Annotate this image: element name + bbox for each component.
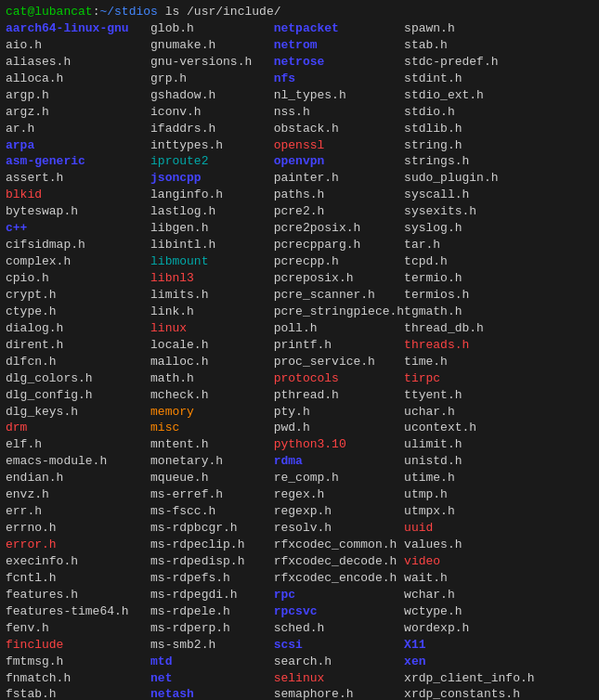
output: aarch64-linux-gnu glob.h netpacket spawn… [6,21,535,700]
top-prompt: cat@lubancat:~/stdios ls /usr/include/ [6,5,280,19]
terminal: cat@lubancat:~/stdios ls /usr/include/ a… [0,0,599,700]
